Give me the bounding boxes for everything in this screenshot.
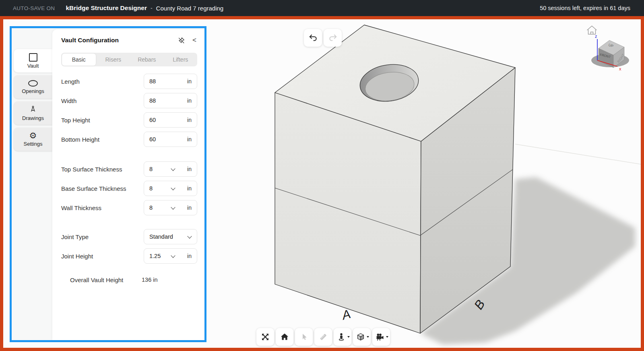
field-value: 88	[144, 78, 156, 85]
joint-type-select[interactable]: Standard	[144, 229, 197, 244]
field-label: Joint Height	[61, 253, 144, 260]
sidebar-item-label: Openings	[22, 88, 44, 94]
dropdown-caret-icon	[367, 336, 369, 338]
field-row-bottom-height: Bottom Height 60 in	[61, 132, 197, 147]
select-cursor-icon	[299, 332, 309, 342]
zoom-extents-button[interactable]	[256, 328, 274, 346]
dropdown-caret-icon	[347, 336, 350, 338]
chevron-down-icon	[171, 205, 176, 210]
x-axis-label: x	[619, 66, 621, 71]
dropdown-caret-icon	[386, 336, 388, 338]
chevron-down-icon	[171, 167, 176, 171]
history-toolbar	[304, 29, 342, 47]
field-row-top-surface-thickness: Top Surface Thickness 8 in	[61, 161, 197, 177]
tab-lifters[interactable]: Lifters	[164, 53, 198, 66]
undo-icon	[308, 33, 318, 43]
field-value: Standard	[144, 233, 188, 240]
field-unit: in	[187, 78, 197, 85]
view-gizmo[interactable]: UP FRONT RIGHT z x	[580, 22, 642, 76]
field-unit: in	[187, 253, 197, 259]
ground-edge-line	[515, 144, 641, 164]
field-label: Joint Type	[61, 233, 144, 240]
sidebar-item-drawings[interactable]: Drawings	[14, 101, 52, 125]
field-unit: in	[187, 166, 197, 172]
app-title: kBridge Structure Designer	[66, 4, 147, 12]
home-view-icon	[280, 332, 289, 342]
dimension-fields: Length 88 in Width 88 in Top Height	[61, 74, 197, 284]
sidebar-item-label: Drawings	[22, 115, 44, 121]
tab-risers[interactable]: Risers	[97, 53, 130, 66]
field-row-joint-height: Joint Height 1.25 in	[61, 248, 197, 264]
field-unit: in	[187, 136, 197, 142]
field-unit: in	[187, 185, 197, 192]
field-row-joint-type: Joint Type Standard	[61, 229, 197, 244]
panel-header: Vault Configuration <	[61, 36, 197, 44]
compass-icon	[29, 105, 37, 114]
unpin-button[interactable]	[178, 37, 185, 44]
ellipse-icon	[28, 80, 38, 87]
field-label: Top Height	[61, 117, 144, 124]
wall-thickness-select[interactable]: 8 in	[144, 200, 197, 215]
bottom-height-input[interactable]: 60 in	[144, 132, 197, 147]
autosave-status: AUTO-SAVE ON	[13, 5, 55, 11]
home-view-button[interactable]	[276, 328, 293, 346]
select-cursor-button[interactable]	[295, 328, 313, 346]
config-panel: Vault Openings Drawings ⚙	[10, 26, 206, 342]
field-unit: in	[187, 117, 197, 123]
field-unit: in	[187, 204, 197, 211]
tab-rebars[interactable]: Rebars	[130, 53, 164, 66]
redo-icon	[328, 33, 338, 43]
display-mode-button[interactable]	[353, 328, 371, 346]
sidebar-item-settings[interactable]: ⚙ Settings	[14, 128, 52, 151]
thickness-fields: Top Surface Thickness 8 in Base Surface …	[61, 161, 197, 215]
field-unit: in	[187, 97, 197, 104]
width-input[interactable]: 88 in	[144, 93, 197, 108]
top-bar: AUTO-SAVE ON kBridge Structure Designer …	[0, 0, 644, 16]
joint-height-select[interactable]: 1.25 in	[144, 248, 197, 264]
title-separator: -	[151, 5, 153, 11]
undo-button[interactable]	[304, 29, 322, 47]
measure-ruler-icon	[318, 332, 328, 342]
top-surface-thickness-select[interactable]: 8 in	[144, 161, 197, 177]
vault-configuration-card: Vault Configuration < Basic Risers Rebar…	[52, 29, 204, 340]
z-axis-label: z	[595, 34, 597, 39]
field-row-wall-thickness: Wall Thickness 8 in	[61, 200, 197, 215]
sidebar-item-openings[interactable]: Openings	[14, 75, 52, 99]
field-value: 60	[144, 117, 156, 123]
summary-value: 136 in	[136, 277, 190, 283]
field-value: 8	[144, 185, 167, 192]
chevron-down-icon	[171, 254, 176, 258]
sidebar-item-vault[interactable]: Vault	[14, 49, 52, 72]
field-label: Bottom Height	[61, 136, 144, 143]
field-value: 60	[144, 136, 156, 142]
field-row-length: Length 88 in	[61, 74, 197, 89]
field-label: Top Surface Thickness	[61, 166, 144, 173]
camera-view-icon	[375, 332, 385, 342]
walkthrough-button[interactable]	[334, 328, 351, 346]
session-info: 50 sessions left, expires in 61 days	[540, 5, 630, 11]
field-value: 88	[144, 97, 156, 104]
top-height-input[interactable]: 60 in	[144, 112, 197, 128]
vault-model[interactable]	[275, 25, 515, 333]
panel-title: Vault Configuration	[61, 37, 178, 44]
field-label: Width	[61, 97, 144, 104]
tab-basic[interactable]: Basic	[62, 54, 96, 66]
collapse-panel-button[interactable]: <	[192, 36, 197, 44]
gizmo-home-icon[interactable]	[587, 26, 597, 35]
square-icon	[29, 53, 37, 62]
field-label: Base Surface Thickness	[61, 185, 144, 192]
overall-vault-height-row: Overall Vault Height 136 in	[70, 276, 190, 284]
measure-ruler-button[interactable]	[314, 328, 332, 346]
base-surface-thickness-select[interactable]: 8 in	[144, 181, 197, 196]
viewport-toolbar	[256, 328, 390, 346]
app-window: AUTO-SAVE ON kBridge Structure Designer …	[0, 0, 644, 351]
sidebar-item-label: Settings	[24, 141, 43, 147]
field-row-width: Width 88 in	[61, 93, 197, 108]
gear-icon: ⚙	[29, 132, 37, 140]
redo-button[interactable]	[324, 29, 342, 47]
field-value: 8	[144, 166, 167, 172]
camera-view-button[interactable]	[372, 328, 390, 346]
length-input[interactable]: 88 in	[144, 74, 197, 89]
field-value: 8	[144, 204, 167, 211]
summary-label: Overall Vault Height	[70, 277, 136, 283]
